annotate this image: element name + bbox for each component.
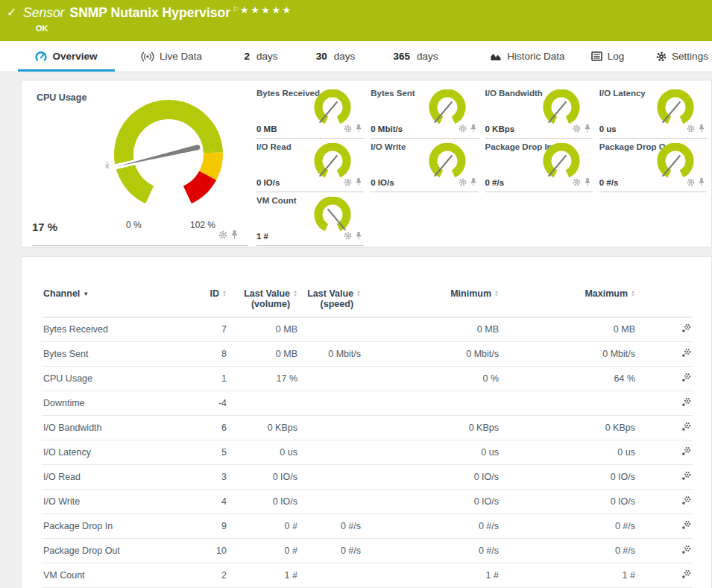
gauge-title: I/O Bandwidth [485,89,543,98]
empty-cell [599,192,707,246]
sort-icon[interactable] [293,288,297,297]
pin-icon[interactable] [355,176,362,189]
gauge-panel-bytes-sent: Bytes Sent 0 Mbit/s [371,85,478,139]
tab-live-data[interactable]: Live Data [134,41,209,72]
table-row[interactable]: CPU Usage 1 17 % 0 % 64 % [42,367,693,391]
pin-icon[interactable] [355,122,362,136]
channel-name: Package Drop In [42,514,180,539]
edit-channel-icon[interactable] [681,496,691,505]
tab-30-days[interactable]: 30 days [306,41,365,72]
table-row[interactable]: I/O Write 4 0 IO/s 0 IO/s 0 IO/s [42,490,693,514]
gear-icon[interactable] [573,176,581,189]
last-value-volume: 17 % [228,367,299,391]
edit-channel-icon[interactable] [681,471,691,481]
tab-label: Live Data [160,51,202,62]
tab-overview[interactable]: Overview [18,41,115,72]
column-header-id[interactable]: ID [180,257,228,317]
gear-icon[interactable] [344,176,352,189]
channel-name: I/O Write [42,490,180,514]
channel-name: I/O Read [42,465,180,490]
edit-channel-icon[interactable] [681,373,691,382]
tab-log[interactable]: Log [585,41,630,72]
gear-icon[interactable] [687,176,695,189]
edit-channel-icon[interactable] [681,446,691,456]
maximum-value: 64 % [500,367,637,391]
flag-icon[interactable]: ⚐ [233,5,239,13]
column-header-minimum[interactable]: Minimum [362,257,500,317]
table-row[interactable]: Bytes Sent 8 0 MB 0 Mbit/s 0 Mbit/s 0 Mb… [42,342,693,367]
edit-channel-icon[interactable] [681,397,691,407]
gauge-icon [35,51,47,62]
pin-icon[interactable] [698,122,705,136]
tab-label: days [417,51,438,62]
minimum-value: 0 Mbit/s [362,342,500,367]
sort-icon[interactable] [222,288,227,297]
gear-icon[interactable] [344,230,352,243]
maximum-value: 0 IO/s [500,465,637,490]
pin-icon[interactable] [698,176,705,189]
gauge-value: 0 us [599,124,617,133]
gear-icon[interactable] [687,122,695,136]
column-header-maximum[interactable]: Maximum [500,257,637,317]
gauge-title: I/O Latency [599,89,646,98]
maximum-value: 0 #/s [500,539,637,563]
tab-2-days[interactable]: 2 days [235,41,287,72]
gauge-panel-io-bandwidth: I/O Bandwidth 0 KBps [485,85,593,139]
table-row[interactable]: I/O Read 3 0 IO/s 0 IO/s 0 IO/s [42,465,693,490]
maximum-value: 0 IO/s [500,490,637,514]
column-header-channel[interactable]: Channel [42,257,180,317]
tab-bar: Overview Live Data 2 days 30 days 365 da… [0,41,712,72]
gauge-panel-package-drop-out: Package Drop Out 0 #/s [599,139,707,192]
column-header-last-value-speed[interactable]: Last Value (speed) [299,257,362,317]
edit-channel-icon[interactable] [681,520,691,530]
column-header-edit [637,257,693,317]
edit-channel-icon[interactable] [681,545,691,554]
last-value-volume: 0 us [228,440,299,465]
status-badge: OK [36,24,48,33]
sort-icon[interactable] [356,288,361,297]
sort-icon[interactable] [631,288,635,297]
edit-channel-icon[interactable] [681,348,691,358]
gear-icon [656,51,667,62]
priority-stars[interactable]: ★★★★★ [240,4,293,16]
gauge-title: I/O Read [256,142,292,151]
channel-id: 9 [180,514,228,539]
gauge-title: Bytes Sent [371,89,415,98]
table-row[interactable]: Bytes Received 7 0 MB 0 MB 0 MB [42,317,693,342]
edit-channel-icon[interactable] [681,323,691,333]
pin-icon[interactable] [470,176,477,189]
sort-icon[interactable] [494,288,499,297]
cpu-usage-gauge-panel: CPU Usage x̄ 17 % 0 % 102 % [22,85,251,246]
tab-label: Historic Data [507,51,564,62]
gear-icon[interactable] [218,229,227,242]
tab-historic-data[interactable]: Historic Data [485,41,570,72]
table-row[interactable]: Package Drop Out 10 0 # 0 #/s 0 #/s 0 #/… [42,539,693,563]
maximum-value: 0 Mbit/s [500,342,637,367]
table-row[interactable]: I/O Latency 5 0 us 0 us 0 us [42,440,693,465]
gear-icon[interactable] [573,122,581,136]
tab-label: days [256,51,278,62]
sensor-kind-label: Sensor [23,5,64,20]
tab-settings[interactable]: Settings [652,41,712,72]
gear-icon[interactable] [344,122,352,136]
edit-channel-icon[interactable] [681,569,691,579]
pin-icon[interactable] [584,122,591,136]
gear-icon[interactable] [459,176,467,189]
column-header-last-value-volume[interactable]: Last Value (volume) [228,257,299,317]
cpu-gauge: x̄ [105,95,232,214]
channel-id: 7 [180,317,228,342]
table-row[interactable]: Downtime -4 [42,391,693,416]
table-row[interactable]: I/O Bandwidth 6 0 KBps 0 KBps 0 KBps [42,416,693,440]
table-row[interactable]: Package Drop In 9 0 # 0 #/s 0 #/s 0 #/s [42,514,693,539]
pin-icon[interactable] [355,230,362,243]
minimum-value: 0 KBps [362,416,500,440]
pin-icon[interactable] [584,176,591,189]
tab-365-days[interactable]: 365 days [384,41,447,72]
table-row[interactable]: VM Count 2 1 # 1 # 1 # [42,563,693,588]
pin-icon[interactable] [230,229,239,242]
maximum-value: 1 # [500,563,637,588]
minimum-value: 0 #/s [362,539,500,563]
pin-icon[interactable] [470,122,477,136]
gear-icon[interactable] [459,122,467,136]
edit-channel-icon[interactable] [681,422,691,431]
